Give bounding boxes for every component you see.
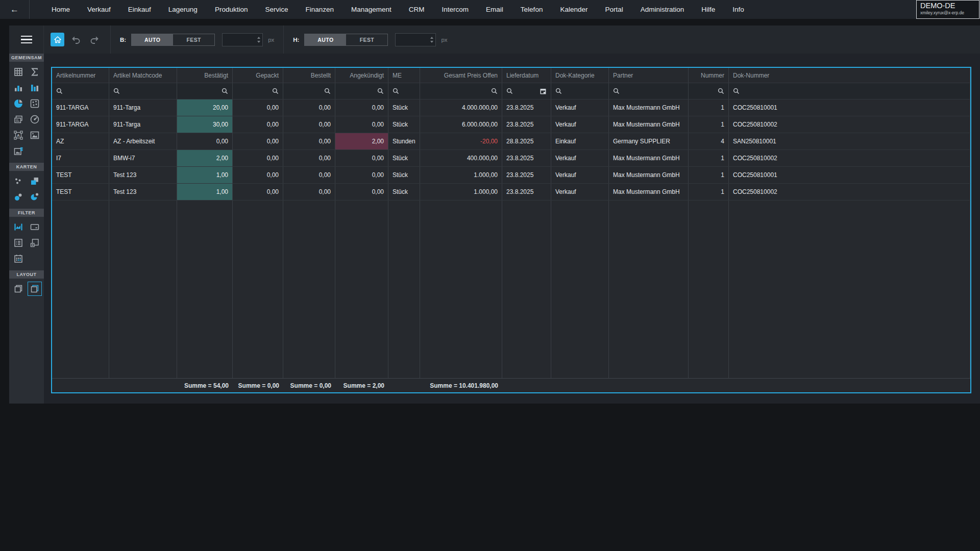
cell-dok-nummer[interactable]: COC250810002	[729, 116, 970, 133]
table-row[interactable]: 911-TARGA911-Targa30,000,000,000,00Stück…	[52, 116, 970, 133]
column-header-best-tigt[interactable]: Bestätigt	[177, 68, 233, 83]
width-fest-button[interactable]: FEST	[173, 34, 214, 45]
cell-dok-nummer[interactable]: COC250810001	[729, 167, 970, 183]
column-header-dok-kategorie[interactable]: Dok-Kategorie	[551, 68, 609, 83]
cell-lieferdatum[interactable]: 23.8.2025	[502, 116, 551, 133]
cell-nummer[interactable]: 1	[689, 167, 729, 183]
cell-nummer[interactable]: 1	[689, 184, 729, 200]
filter-cell-angek-ndigt[interactable]	[335, 83, 388, 99]
nav-item-home[interactable]: Home	[43, 0, 79, 19]
width-spinner-arrows[interactable]	[255, 34, 262, 46]
cell-angek-ndigt[interactable]: 0,00	[335, 116, 388, 133]
filter-cell-artikel-matchcode[interactable]	[109, 83, 177, 99]
image-data-icon[interactable]	[11, 144, 26, 158]
range-filter-icon[interactable]	[11, 220, 26, 234]
nav-item-portal[interactable]: Portal	[596, 0, 631, 19]
cell-lieferdatum[interactable]: 23.8.2025	[502, 184, 551, 200]
redo-button[interactable]	[88, 33, 101, 46]
cell-partner[interactable]: Max Mustermann GmbH	[609, 150, 689, 166]
width-px-input[interactable]	[223, 34, 255, 46]
table-row[interactable]: AZAZ - Arbeitszeit0,000,000,002,00Stunde…	[52, 133, 970, 150]
table-row[interactable]: TESTTest 1231,000,000,000,00Stück1.000,0…	[52, 167, 970, 184]
scatter-grid-icon[interactable]	[28, 96, 42, 111]
menu-hamburger-icon[interactable]	[21, 36, 32, 44]
filter-cell-nummer[interactable]	[689, 83, 729, 99]
scatter-dots-icon[interactable]	[11, 174, 26, 188]
cell-partner[interactable]: Max Mustermann GmbH	[609, 116, 689, 133]
table-row[interactable]: 911-TARGA911-Targa20,000,000,000,00Stück…	[52, 99, 970, 116]
cell-dok-nummer[interactable]: COC250810002	[729, 150, 970, 166]
cell-best-tigt[interactable]: 30,00	[177, 116, 233, 133]
cell-best-tigt[interactable]: 20,00	[177, 99, 233, 116]
cell-artikelnummer[interactable]: TEST	[52, 184, 109, 200]
cell-dok-kategorie[interactable]: Einkauf	[551, 133, 609, 149]
cell-dok-nummer[interactable]: COC250810002	[729, 184, 970, 200]
table-row[interactable]: TESTTest 1231,000,000,000,00Stück1.000,0…	[52, 184, 970, 201]
cell-best-tigt[interactable]: 2,00	[177, 150, 233, 166]
cell-gepackt[interactable]: 0,00	[233, 184, 283, 200]
filter-cell-gesamt-preis-offen[interactable]	[420, 83, 502, 99]
column-header-bestellt[interactable]: Bestellt	[283, 68, 335, 83]
cell-partner[interactable]: Max Mustermann GmbH	[609, 184, 689, 200]
cell-gepackt[interactable]: 0,00	[233, 116, 283, 133]
cell-me[interactable]: Stück	[388, 167, 420, 183]
filter-cell-partner[interactable]	[609, 83, 689, 99]
nav-item-lagerung[interactable]: Lagerung	[160, 0, 206, 19]
height-px-input[interactable]	[396, 34, 428, 46]
cell-me[interactable]: Stunden	[388, 133, 420, 149]
cell-dok-kategorie[interactable]: Verkauf	[551, 99, 609, 116]
cell-nummer[interactable]: 1	[689, 150, 729, 166]
column-header-angek-ndigt[interactable]: Angekündigt	[335, 68, 388, 83]
cell-bestellt[interactable]: 0,00	[283, 99, 335, 116]
cell-best-tigt[interactable]: 0,00	[177, 133, 233, 149]
cell-nummer[interactable]: 1	[689, 99, 729, 116]
cell-partner[interactable]: Max Mustermann GmbH	[609, 167, 689, 183]
screen-filter-icon[interactable]	[28, 220, 42, 234]
cell-artikel-matchcode[interactable]: AZ - Arbeitszeit	[109, 133, 177, 149]
cell-dok-nummer[interactable]: COC250810001	[729, 99, 970, 116]
cell-angek-ndigt[interactable]: 2,00	[335, 133, 388, 149]
cell-dok-nummer[interactable]: SAN250810001	[729, 133, 970, 149]
column-header-me[interactable]: ME	[388, 68, 420, 83]
cell-gepackt[interactable]: 0,00	[233, 150, 283, 166]
cell-gepackt[interactable]: 0,00	[233, 99, 283, 116]
column-header-gesamt-preis-offen[interactable]: Gesamt Preis Offen	[420, 68, 502, 83]
home-button[interactable]	[51, 33, 64, 46]
popup-filter-icon[interactable]	[28, 236, 42, 250]
cell-gesamt-preis-offen[interactable]: -20,00	[420, 133, 502, 149]
cell-artikelnummer[interactable]: I7	[52, 150, 109, 166]
cell-gesamt-preis-offen[interactable]: 1.000,00	[420, 167, 502, 183]
gauge-icon[interactable]	[28, 112, 42, 127]
cell-bestellt[interactable]: 0,00	[283, 150, 335, 166]
filter-cell-best-tigt[interactable]	[177, 83, 233, 99]
cell-artikelnummer[interactable]: TEST	[52, 167, 109, 183]
cell-lieferdatum[interactable]: 23.8.2025	[502, 167, 551, 183]
width-auto-button[interactable]: AUTO	[132, 34, 173, 45]
list-filter-icon[interactable]	[11, 236, 26, 250]
cell-artikel-matchcode[interactable]: Test 123	[109, 184, 177, 200]
column-header-artikelnummer[interactable]: Artikelnummer	[52, 68, 109, 83]
image-icon[interactable]	[28, 128, 42, 142]
cell-nummer[interactable]: 4	[689, 133, 729, 149]
filter-cell-me[interactable]	[388, 83, 420, 99]
cell-gesamt-preis-offen[interactable]: 6.000.000,00	[420, 116, 502, 133]
nav-item-service[interactable]: Service	[256, 0, 297, 19]
spin-down-icon[interactable]	[257, 41, 260, 43]
cell-partner[interactable]: Max Mustermann GmbH	[609, 99, 689, 116]
cell-bestellt[interactable]: 0,00	[283, 133, 335, 149]
cell-artikelnummer[interactable]: 911-TARGA	[52, 116, 109, 133]
pie-dots-icon[interactable]	[28, 190, 42, 204]
cell-dok-kategorie[interactable]: Verkauf	[551, 184, 609, 200]
cell-gesamt-preis-offen[interactable]: 1.000,00	[420, 184, 502, 200]
tenant-box[interactable]: DEMO-DE xmiley.xyrux@x-erp.de	[916, 0, 979, 19]
column-header-gepackt[interactable]: Gepackt	[233, 68, 283, 83]
column-header-artikel-matchcode[interactable]: Artikel Matchcode	[109, 68, 177, 83]
spin-down-icon[interactable]	[430, 41, 433, 43]
nav-item-finanzen[interactable]: Finanzen	[297, 0, 342, 19]
column-header-dok-nummer[interactable]: Dok-Nummer	[729, 68, 970, 83]
spin-up-icon[interactable]	[430, 37, 433, 39]
column-header-nummer[interactable]: Nummer	[689, 68, 729, 83]
bar-chart-icon[interactable]	[11, 81, 26, 95]
nav-item-crm[interactable]: CRM	[400, 0, 433, 19]
layout-tabs-icon[interactable]	[11, 282, 26, 296]
